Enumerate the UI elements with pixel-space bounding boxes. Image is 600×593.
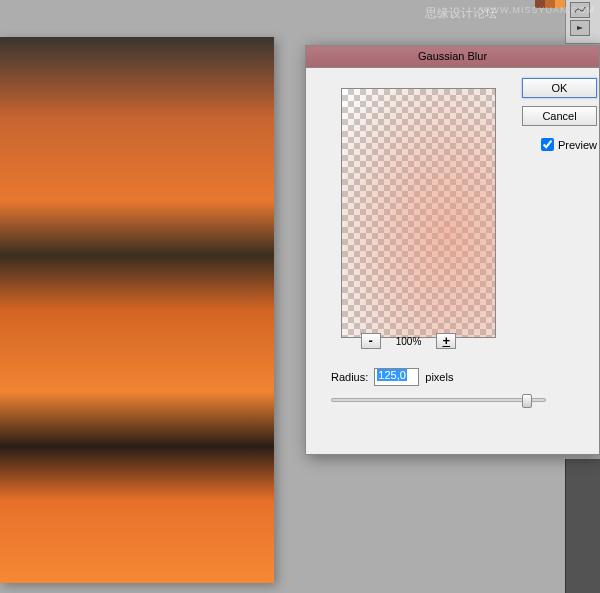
cancel-button[interactable]: Cancel [522, 106, 597, 126]
preview-checkbox-row: Preview [541, 138, 597, 151]
right-panel-bottom [565, 459, 600, 593]
radius-unit: pixels [425, 371, 453, 383]
gaussian-blur-dialog: Gaussian Blur - 100% + Radius: 125,0 pix… [305, 45, 600, 455]
zoom-out-button[interactable]: - [361, 333, 381, 349]
radius-label: Radius: [331, 371, 368, 383]
dialog-title: Gaussian Blur [306, 46, 599, 68]
radius-slider-thumb[interactable] [522, 394, 532, 408]
radius-row: Radius: 125,0 pixels [331, 368, 453, 386]
radius-slider[interactable] [331, 398, 546, 402]
dialog-body: - 100% + Radius: 125,0 pixels OK Cancel … [306, 68, 599, 454]
watermark-text-en: WWW.MISSYUAN.COM [481, 5, 595, 15]
panel-icon-menu[interactable] [570, 20, 590, 36]
zoom-in-button[interactable]: + [436, 333, 456, 349]
zoom-controls: - 100% + [331, 333, 486, 349]
radius-input[interactable]: 125,0 [374, 368, 419, 386]
preview-checkbox-label: Preview [558, 139, 597, 151]
canvas-image [0, 37, 274, 583]
filter-preview[interactable] [341, 88, 496, 338]
ok-button[interactable]: OK [522, 78, 597, 98]
zoom-level: 100% [396, 336, 422, 347]
preview-checkbox[interactable] [541, 138, 554, 151]
